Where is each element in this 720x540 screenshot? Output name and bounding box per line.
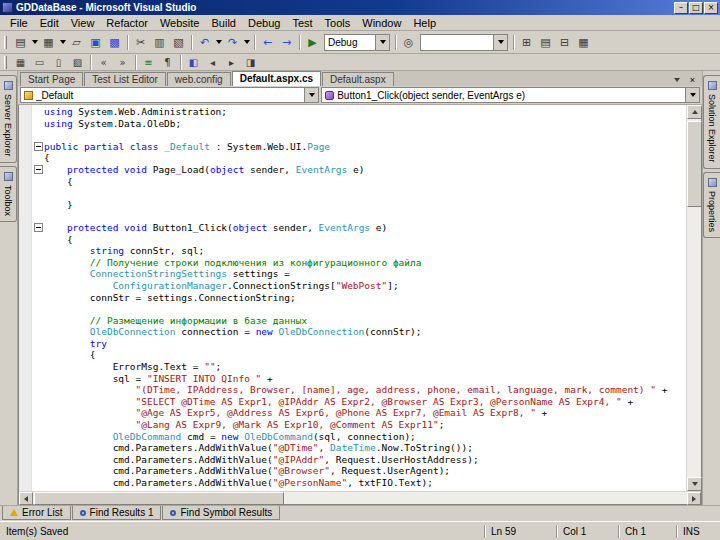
code-text[interactable]: string connStr, sql; <box>44 245 686 257</box>
scroll-left-button[interactable] <box>19 492 33 505</box>
code-text[interactable]: { <box>44 152 686 164</box>
solution-configurations-combo[interactable]: Debug <box>324 34 390 51</box>
word-completion-icon[interactable]: ▧ <box>68 55 87 69</box>
side-tab-solution-explorer[interactable]: Solution Explorer <box>703 75 720 169</box>
comment-selection-icon[interactable]: ≡ <box>139 55 158 69</box>
navigate-backward-icon[interactable]: ← <box>258 34 277 51</box>
code-text[interactable]: OleDbCommand cmd = new OleDbCommand(sql,… <box>44 431 686 443</box>
side-tab-server-explorer[interactable]: Server Explorer <box>0 75 17 163</box>
tab-web-config[interactable]: web.config <box>167 72 231 86</box>
code-text[interactable]: using System.Data.OleDb; <box>44 118 686 130</box>
breakpoint-margin[interactable] <box>19 105 32 491</box>
uncomment-selection-icon[interactable]: ¶ <box>158 55 177 69</box>
code-text[interactable]: "(DTime, IPAddress, Browser, [name], age… <box>44 384 686 396</box>
find-combo[interactable] <box>420 34 508 51</box>
scroll-up-button[interactable] <box>687 105 702 119</box>
toggle-bookmark-icon[interactable]: ◧ <box>184 55 203 69</box>
navigate-forward-icon[interactable]: → <box>277 34 296 51</box>
increase-indent-icon[interactable]: » <box>113 55 132 69</box>
menu-item-window[interactable]: Window <box>356 16 407 30</box>
add-new-item-icon[interactable]: ▦ <box>39 34 58 51</box>
code-text[interactable]: ConnectionStringSettings settings = <box>44 268 686 280</box>
collapse-region-icon[interactable] <box>34 142 43 151</box>
code-text[interactable]: ErrorMsg.Text = ""; <box>44 361 686 373</box>
menu-item-file[interactable]: File <box>4 16 34 30</box>
clear-bookmarks-icon[interactable]: ◨ <box>241 55 260 69</box>
solution-configurations-combo-dropdown-button[interactable] <box>375 35 389 50</box>
code-text[interactable]: cmd.Parameters.AddWithValue("@DTime", Da… <box>44 442 686 454</box>
horizontal-scroll-thumb[interactable] <box>34 492 284 505</box>
menu-item-view[interactable]: View <box>65 16 101 30</box>
quick-info-icon[interactable]: ▯ <box>49 55 68 69</box>
code-text[interactable]: connStr = settings.ConnectionString; <box>44 292 686 304</box>
side-tab-toolbox[interactable]: Toolbox <box>0 166 17 222</box>
undo-dropdown-button[interactable] <box>214 34 223 51</box>
code-text[interactable]: OleDbConnection connection = new OleDbCo… <box>44 326 686 338</box>
code-text[interactable]: using System.Web.Administration; <box>44 106 686 118</box>
find-combo-dropdown-button[interactable] <box>493 35 507 50</box>
maximize-button[interactable]: □ <box>689 2 703 14</box>
scroll-down-button[interactable] <box>687 477 702 491</box>
code-text[interactable] <box>44 129 686 141</box>
members-combo[interactable]: Button1_Click(object sender, EventArgs e… <box>321 87 700 103</box>
save-all-icon[interactable]: ▩ <box>105 34 124 51</box>
paste-icon[interactable]: ▧ <box>169 34 188 51</box>
toolbox-icon[interactable]: ▦ <box>574 34 593 51</box>
code-text[interactable]: // Получение строки подключения из конфи… <box>44 257 686 269</box>
code-text[interactable] <box>44 187 686 199</box>
object-browser-icon[interactable]: ⊟ <box>555 34 574 51</box>
code-text[interactable]: { <box>44 234 686 246</box>
menu-item-help[interactable]: Help <box>407 16 442 30</box>
tab-find-symbol-results[interactable]: Find Symbol Results <box>162 506 280 520</box>
properties-window-icon[interactable]: ▤ <box>536 34 555 51</box>
code-text[interactable]: protected void Button1_Click(object send… <box>44 222 686 234</box>
collapse-region-icon[interactable] <box>34 223 43 232</box>
menu-item-build[interactable]: Build <box>205 16 241 30</box>
close-document-button[interactable]: × <box>686 74 699 86</box>
redo-icon[interactable]: ↷ <box>223 34 242 51</box>
tab-test-list-editor[interactable]: Test List Editor <box>84 72 166 86</box>
menu-item-edit[interactable]: Edit <box>34 16 65 30</box>
minimize-button[interactable]: – <box>674 2 688 14</box>
menu-item-refactor[interactable]: Refactor <box>100 16 154 30</box>
code-text[interactable]: ConfigurationManager.ConnectionStrings["… <box>44 280 686 292</box>
menu-item-test[interactable]: Test <box>286 16 318 30</box>
new-project-icon[interactable]: ▤ <box>11 34 30 51</box>
redo-dropdown-button[interactable] <box>242 34 251 51</box>
code-text[interactable]: cmd.Parameters.AddWithValue("@Browser", … <box>44 465 686 477</box>
start-debugging-icon[interactable]: ▶ <box>303 34 322 51</box>
side-tab-properties[interactable]: Properties <box>703 172 720 238</box>
decrease-indent-icon[interactable]: « <box>94 55 113 69</box>
menu-item-tools[interactable]: Tools <box>319 16 357 30</box>
code-text[interactable]: { <box>44 349 686 361</box>
parameter-info-icon[interactable]: ▭ <box>30 55 49 69</box>
code-text[interactable]: { <box>44 176 686 188</box>
code-text[interactable]: } <box>44 199 686 211</box>
cut-icon[interactable]: ✂ <box>131 34 150 51</box>
previous-bookmark-icon[interactable]: ◂ <box>203 55 222 69</box>
tab-error-list[interactable]: Error List <box>2 506 71 520</box>
tab-find-results-1[interactable]: Find Results 1 <box>72 506 162 520</box>
code-text[interactable]: protected void Page_Load(object sender, … <box>44 164 686 176</box>
code-text[interactable]: "@Lang AS Expr9, @Mark AS Expr10, @Comme… <box>44 419 686 431</box>
solution-explorer-icon[interactable]: ⊞ <box>517 34 536 51</box>
next-bookmark-icon[interactable]: ▸ <box>222 55 241 69</box>
code-text[interactable]: "SELECT @DTime AS Expr1, @IPAddr AS Expr… <box>44 396 686 408</box>
collapse-region-icon[interactable] <box>34 165 43 174</box>
menu-item-debug[interactable]: Debug <box>242 16 286 30</box>
vertical-scrollbar[interactable] <box>686 105 701 491</box>
code-area[interactable]: using System.Web.Administration;using Sy… <box>32 105 686 491</box>
code-text[interactable]: cmd.Parameters.AddWithValue("@PersonName… <box>44 477 686 489</box>
undo-icon[interactable]: ↶ <box>195 34 214 51</box>
close-button[interactable]: × <box>704 2 718 14</box>
vertical-scroll-thumb[interactable] <box>687 121 702 207</box>
copy-icon[interactable]: ▥ <box>150 34 169 51</box>
tab-start-page[interactable]: Start Page <box>20 72 83 86</box>
toolbar-grip[interactable] <box>4 36 7 49</box>
tab-default-aspx[interactable]: Default.aspx <box>322 72 394 86</box>
add-new-item-dropdown-button[interactable] <box>58 34 67 51</box>
find-icon[interactable]: ◎ <box>399 34 418 51</box>
code-text[interactable] <box>44 210 686 222</box>
open-file-icon[interactable]: ▱ <box>67 34 86 51</box>
code-text[interactable]: // Размещение информации в базе данных <box>44 315 686 327</box>
